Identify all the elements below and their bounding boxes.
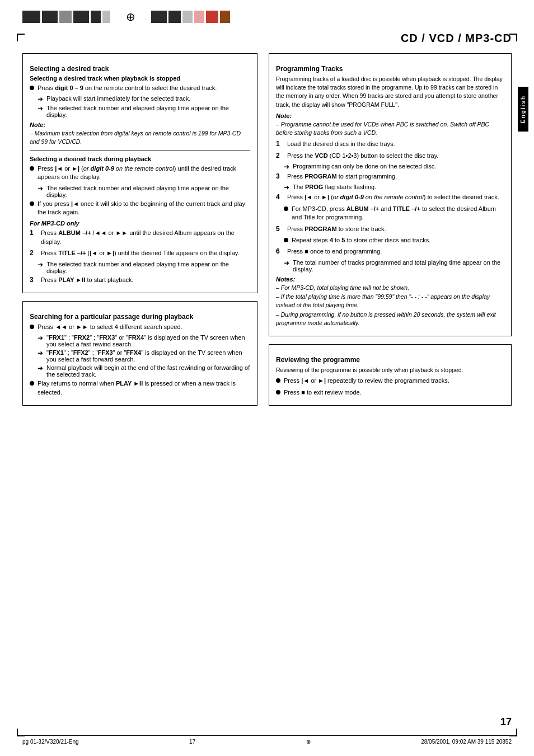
footer-left: pg 01-32/V320/21-Eng [22, 739, 79, 745]
bullet-prev-next-text: Press |◄ or ►| (or digit 0-9 on the remo… [38, 165, 250, 182]
color-block-r3 [182, 11, 193, 23]
main-two-col: Selecting a desired track Selecting a de… [0, 53, 534, 414]
arrow-frx-text: "FRX1" ; "FRX2" ; "FRX3" or "FRX4" is di… [46, 334, 250, 348]
bullet-review-tracks-text: Press |◄ or ►| repeatedly to review the … [284, 377, 504, 385]
arrow-normal-playback-text: Normal playback will begin at the end of… [46, 364, 250, 378]
bullet-search-speed-text: Press ◄◄ or ►► to select 4 different sea… [38, 323, 250, 331]
color-block-r5 [206, 11, 218, 23]
arrow-sym-1: ➜ [38, 95, 43, 103]
prog-intro: Programming tracks of a loaded disc is p… [276, 75, 504, 109]
arrow-title-selected-text: The selected track number and elapsed pl… [46, 261, 250, 274]
mp3only-label: For MP3-CD only [30, 220, 250, 227]
bullet-mp3-album: For MP3-CD, press ALBUM –/+ and TITLE –/… [284, 205, 504, 222]
arrow-sym-7: ➜ [38, 364, 43, 372]
footer-center: 17 [189, 739, 195, 745]
color-block-1 [22, 11, 40, 23]
section3-header: Searching for a particular passage durin… [30, 313, 250, 321]
right-column: English Programming Tracks Programming t… [269, 53, 512, 414]
bullet-exit-review-text: Press ■ to exit review mode. [284, 388, 504, 397]
arrow-prog-disc: ➜ Programming can only be done on the se… [284, 163, 504, 171]
bullet-mp3-album-text: For MP3-CD, press ALBUM –/+ and TITLE –/… [292, 205, 504, 222]
prog-num1-text: Load the desired discs in the disc trays… [287, 140, 504, 148]
prog-num2: 2 Press the VCD (CD 1•2•3) button to sel… [276, 152, 504, 160]
bullet-dot-review2 [276, 390, 280, 395]
arrow-selected-track-text: The selected track number and elapsed pl… [46, 185, 250, 198]
color-blocks-left [22, 11, 110, 23]
note-title-prog: Note: [276, 112, 504, 119]
prog-num3-text: Press PROGRAM to start programming. [287, 172, 504, 181]
english-side-tab: English [518, 87, 528, 132]
notes-section-prog: Notes: – For MP3-CD, total playing time … [276, 276, 504, 327]
prog-num6-text: Press ■ once to end programming. [287, 247, 504, 256]
prog-num5: 5 Press PROGRAM to store the track. [276, 225, 504, 233]
footer-right: 28/05/2001, 09:02 AM 39 115 20852 [421, 739, 512, 745]
color-block-4 [73, 11, 89, 23]
prog-num-label-3: 3 [276, 172, 284, 180]
bullet-dot-5 [30, 381, 34, 386]
footer: pg 01-32/V320/21-Eng 17 ⊕ 28/05/2001, 09… [22, 735, 512, 745]
note-99-59: – If the total playing time is more than… [276, 293, 504, 309]
page-title: CD / VCD / MP3-CD [269, 29, 512, 53]
note-text-prog: – Programme cannot be used for VCDs when… [276, 120, 504, 137]
prog-num-label-5: 5 [276, 225, 284, 233]
page-number: 17 [500, 716, 512, 728]
note-title-1: Note: [30, 121, 250, 128]
bullet-review-tracks: Press |◄ or ►| repeatedly to review the … [276, 377, 504, 385]
arrow-prog-flag: ➜ The PROG flag starts flashing. [284, 184, 504, 191]
arrow-playback-start-text: Playback will start immediately for the … [46, 95, 190, 102]
bullet-repeat-text: Repeat steps 4 to 5 to store other discs… [292, 236, 504, 245]
prog-num2-text: Press the VCD (CD 1•2•3) button to selec… [287, 152, 504, 160]
section1-subheader: Selecting a desired track when playback … [30, 75, 250, 82]
color-block-r2 [168, 11, 181, 23]
num3-play: 3 Press PLAY ►II to start playback. [30, 276, 250, 284]
color-block-r1 [151, 11, 167, 23]
arrow-track-number-text: The selected track number and elapsed pl… [46, 105, 250, 118]
title-spacer [22, 29, 257, 53]
arrow-normal-playback: ➜ Normal playback will begin at the end … [38, 364, 250, 378]
arrow-sym-2: ➜ [38, 105, 43, 112]
bullet-dot-1 [30, 86, 34, 90]
section-review-header: Reviewing the programme [276, 356, 504, 364]
color-block-5 [91, 11, 101, 23]
arrow-prog-flag-text: The PROG flag starts flashing. [293, 184, 376, 190]
arrow-ffx-text: "FFX1" ; "FFX2" ; "FFX3" or "FFX4" is di… [46, 349, 250, 363]
arrow-track-number: ➜ The selected track number and elapsed … [38, 105, 250, 118]
main-content-title: CD / VCD / MP3-CD [0, 29, 534, 53]
corner-tl [17, 34, 25, 41]
prog-num5-text: Press PROGRAM to store the track. [287, 225, 504, 233]
prog-num4: 4 Press |◄ or ►| (or digit 0-9 on the re… [276, 193, 504, 201]
num2-title-text: Press TITLE –/+ (|◄ or ►|) until the des… [41, 249, 250, 257]
section-selecting-track: Selecting a desired track Selecting a de… [22, 53, 257, 293]
bullet-skip-text: If you press |◄ once it will skip to the… [38, 200, 250, 217]
color-block-6 [102, 11, 110, 23]
section1-header: Selecting a desired track [30, 65, 250, 73]
arrow-title-selected: ➜ The selected track number and elapsed … [38, 261, 250, 274]
arrow-ffx: ➜ "FFX1" ; "FFX2" ; "FFX3" or "FFX4" is … [38, 349, 250, 363]
arrow-sym-10: ➜ [284, 259, 289, 267]
color-block-r4 [194, 11, 204, 23]
bullet-dot-mp3 [284, 206, 288, 211]
arrow-frx: ➜ "FRX1" ; "FRX2" ; "FRX3" or "FRX4" is … [38, 334, 250, 348]
bullet-dot-review1 [276, 378, 280, 383]
prog-num4-text: Press |◄ or ►| (or digit 0-9 on the remo… [287, 193, 504, 201]
arrow-playback-start: ➜ Playback will start immediately for th… [38, 95, 250, 103]
page-title-area: CD / VCD / MP3-CD [269, 29, 512, 53]
bullet-digit09-text: Press digit 0 – 9 on the remote control … [38, 84, 250, 92]
bullet-digit09: Press digit 0 – 9 on the remote control … [30, 84, 250, 92]
bullet-search-speed: Press ◄◄ or ►► to select 4 different sea… [30, 323, 250, 331]
color-block-3 [59, 11, 72, 23]
note-20-seconds: – During programming, if no button is pr… [276, 311, 504, 327]
arrow-sym-9: ➜ [284, 184, 289, 191]
arrow-prog-total-text: The total number of tracks programmed an… [293, 259, 504, 273]
arrow-sym-3: ➜ [38, 185, 43, 192]
left-column: Selecting a desired track Selecting a de… [22, 53, 257, 414]
section2-subheader: Selecting a desired track during playbac… [30, 156, 250, 162]
arrow-sym-8: ➜ [284, 163, 289, 171]
bullet-skip: If you press |◄ once it will skip to the… [30, 200, 250, 217]
note-mp3-time: – For MP3-CD, total playing time will no… [276, 284, 504, 292]
bullet-dot-4 [30, 325, 34, 329]
prog-num-label-2: 2 [276, 152, 284, 159]
bullet-repeat-steps: Repeat steps 4 to 5 to store other discs… [284, 236, 504, 245]
review-intro: Reviewing of the programme is possible o… [276, 366, 504, 374]
bullet-exit-review: Press ■ to exit review mode. [276, 388, 504, 397]
